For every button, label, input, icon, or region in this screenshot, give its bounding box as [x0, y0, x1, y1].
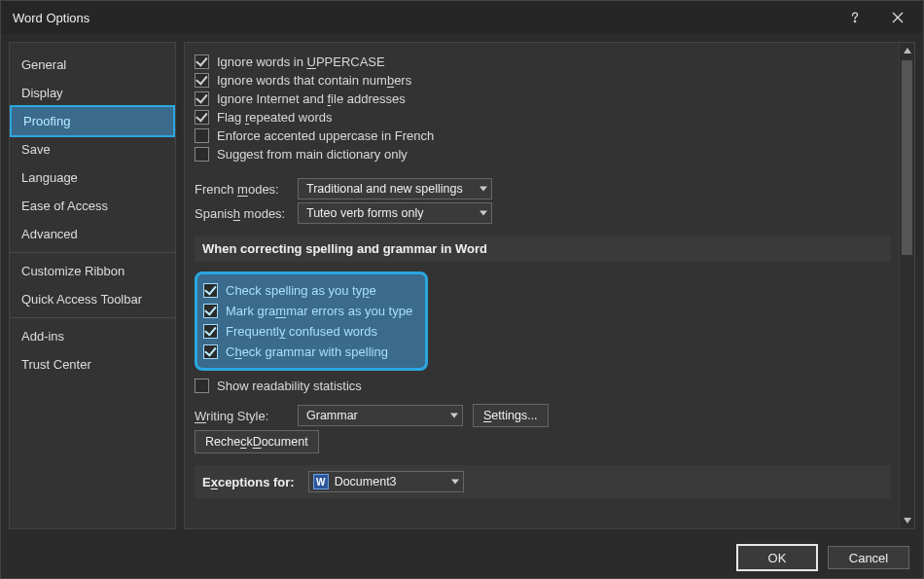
- opt-enforce-french[interactable]: Enforce accented uppercase in French: [195, 127, 891, 145]
- spanish-modes-select[interactable]: Tuteo verb forms only: [298, 202, 492, 224]
- sidebar-item-display[interactable]: Display: [10, 79, 175, 107]
- opt-check-spelling[interactable]: Check spelling as you type: [203, 280, 415, 301]
- checkbox-icon[interactable]: [195, 91, 209, 106]
- checkbox-label: Show readability statistics: [217, 379, 362, 393]
- dialog-buttons: OK Cancel: [1, 537, 923, 578]
- opt-ignore-numbers[interactable]: Ignore words that contain numbers: [195, 71, 891, 90]
- opt-grammar-with-spelling[interactable]: Check grammar with spelling: [203, 342, 415, 362]
- sidebar-item-ease-of-access[interactable]: Ease of Access: [10, 192, 175, 220]
- french-modes-select[interactable]: Traditional and new spellings: [298, 178, 492, 199]
- word-document-icon: W: [313, 474, 329, 489]
- sidebar-item-language[interactable]: Language: [10, 163, 175, 192]
- sidebar-item-advanced[interactable]: Advanced: [10, 220, 175, 248]
- sidebar-item-add-ins[interactable]: Add-ins: [10, 322, 175, 350]
- cancel-button[interactable]: Cancel: [828, 546, 909, 569]
- help-button[interactable]: [834, 1, 876, 34]
- spanish-modes-label: Spanish modes:: [195, 206, 288, 221]
- checkbox-label: Flag repeated words: [217, 110, 333, 125]
- checkbox-icon[interactable]: [195, 379, 209, 393]
- checkbox-icon[interactable]: [203, 324, 218, 339]
- dialog-body: General Display Proofing Save Language E…: [1, 34, 923, 537]
- vertical-scrollbar[interactable]: [899, 43, 914, 528]
- chevron-down-icon: [450, 414, 458, 418]
- french-modes-row: French modes: Traditional and new spelli…: [195, 178, 891, 199]
- checkbox-icon[interactable]: [195, 54, 209, 69]
- checkbox-icon[interactable]: [195, 110, 209, 125]
- close-button[interactable]: [876, 1, 919, 34]
- checkbox-label: Suggest from main dictionary only: [217, 147, 408, 162]
- recheck-document-button[interactable]: Recheck Document: [195, 430, 319, 453]
- chevron-down-icon: [480, 187, 487, 192]
- sidebar-item-trust-center[interactable]: Trust Center: [10, 350, 175, 379]
- checkbox-label: Frequently confused words: [226, 324, 377, 339]
- sidebar-separator: [10, 252, 175, 253]
- checkbox-label: Ignore words that contain numbers: [217, 73, 411, 88]
- sidebar-item-general[interactable]: General: [10, 51, 175, 79]
- checkbox-icon[interactable]: [203, 344, 218, 359]
- writing-style-row: Writing Style: Grammar Settings...: [195, 404, 891, 427]
- checkbox-label: Enforce accented uppercase in French: [217, 128, 434, 143]
- scroll-track[interactable]: [900, 58, 914, 513]
- select-value: Document3: [335, 475, 397, 489]
- checkbox-label: Ignore words in UPPERCASE: [217, 54, 385, 69]
- sidebar-separator: [10, 317, 175, 318]
- writing-style-label: Writing Style:: [195, 409, 288, 423]
- dialog-title: Word Options: [13, 11, 834, 25]
- opt-ignore-uppercase[interactable]: Ignore words in UPPERCASE: [195, 53, 891, 71]
- section-header-exceptions: Exceptions for: W Document3: [195, 465, 891, 498]
- exceptions-label: Exceptions for:: [202, 475, 295, 489]
- writing-style-select[interactable]: Grammar: [298, 405, 463, 426]
- sidebar-item-proofing[interactable]: Proofing: [10, 105, 175, 137]
- section-header-word: When correcting spelling and grammar in …: [195, 235, 891, 262]
- opt-ignore-internet[interactable]: Ignore Internet and file addresses: [195, 90, 891, 108]
- checkbox-icon[interactable]: [203, 283, 218, 298]
- ok-button[interactable]: OK: [736, 544, 818, 571]
- sidebar-item-save[interactable]: Save: [10, 135, 175, 163]
- chevron-down-icon: [451, 480, 459, 485]
- checkbox-label: Check grammar with spelling: [226, 344, 388, 359]
- opt-mark-grammar[interactable]: Mark grammar errors as you type: [203, 301, 415, 321]
- highlighted-options-group: Check spelling as you type Mark grammar …: [195, 271, 428, 371]
- svg-point-0: [854, 20, 856, 22]
- select-value: Traditional and new spellings: [306, 182, 463, 196]
- checkbox-label: Mark grammar errors as you type: [226, 304, 412, 318]
- checkbox-icon[interactable]: [195, 147, 209, 162]
- opt-readability[interactable]: Show readability statistics: [195, 377, 891, 395]
- recheck-row: Recheck Document: [195, 430, 891, 453]
- opt-flag-repeated[interactable]: Flag repeated words: [195, 108, 891, 127]
- checkbox-icon[interactable]: [195, 128, 209, 143]
- select-value: Tuteo verb forms only: [306, 206, 423, 220]
- category-sidebar: General Display Proofing Save Language E…: [9, 42, 176, 529]
- checkbox-icon[interactable]: [203, 304, 218, 318]
- titlebar: Word Options: [1, 1, 923, 34]
- opt-frequently-confused[interactable]: Frequently confused words: [203, 321, 415, 342]
- chevron-down-icon: [480, 211, 487, 216]
- scroll-thumb[interactable]: [902, 60, 912, 255]
- scroll-down-arrow-icon[interactable]: [900, 513, 914, 528]
- checkbox-label: Ignore Internet and file addresses: [217, 91, 406, 106]
- checkbox-label: Check spelling as you type: [226, 283, 376, 298]
- french-modes-label: French modes:: [195, 182, 288, 197]
- settings-button[interactable]: Settings...: [473, 404, 549, 427]
- opt-suggest-main[interactable]: Suggest from main dictionary only: [195, 145, 891, 163]
- exceptions-select[interactable]: W Document3: [308, 471, 464, 492]
- select-value: Grammar: [306, 409, 358, 422]
- word-options-dialog: Word Options General Display Proofing Sa…: [0, 0, 924, 579]
- scroll-up-arrow-icon[interactable]: [900, 43, 914, 58]
- svg-marker-4: [904, 518, 911, 524]
- svg-marker-3: [904, 48, 911, 54]
- options-panel: Ignore words in UPPERCASE Ignore words t…: [184, 42, 915, 529]
- spanish-modes-row: Spanish modes: Tuteo verb forms only: [195, 202, 891, 224]
- sidebar-item-customize-ribbon[interactable]: Customize Ribbon: [10, 257, 175, 285]
- checkbox-icon[interactable]: [195, 73, 209, 88]
- options-scroll-area: Ignore words in UPPERCASE Ignore words t…: [185, 43, 899, 528]
- sidebar-item-quick-access-toolbar[interactable]: Quick Access Toolbar: [10, 285, 175, 313]
